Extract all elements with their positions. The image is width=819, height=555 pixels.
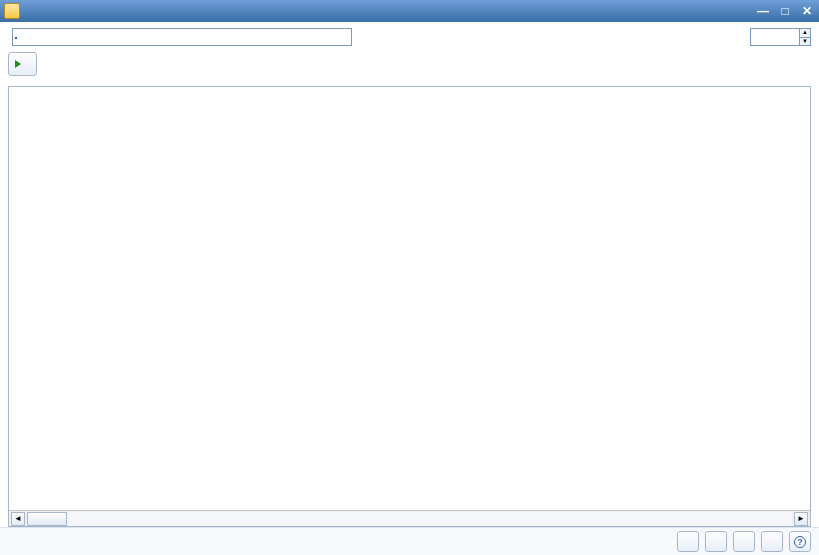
close-button[interactable] [761,531,783,552]
close-window-button[interactable]: ✕ [799,4,815,18]
schedule-grid-container: ◄ ► [8,86,811,527]
footer: ? [0,527,819,555]
year-spin-up[interactable]: ▲ [800,29,810,38]
arrow-right-icon [15,60,21,68]
schedule-grid-scroll[interactable] [9,87,810,510]
question-icon: ? [794,536,806,548]
scroll-track[interactable] [27,512,792,526]
form-row-name: ▲ ▼ [0,22,819,48]
maximize-button[interactable]: □ [777,4,793,18]
app-icon [4,3,20,19]
scroll-thumb[interactable] [27,512,67,526]
print-button[interactable] [677,531,699,552]
form-row-actions [0,48,819,86]
name-input[interactable] [12,28,352,46]
scroll-left-button[interactable]: ◄ [11,512,25,526]
name-input-value [15,37,17,39]
year-spinner: ▲ ▼ [800,28,811,46]
horizontal-scrollbar: ◄ ► [9,510,810,526]
scroll-right-button[interactable]: ► [794,512,808,526]
year-input[interactable] [750,28,800,46]
year-spin-down[interactable]: ▼ [800,38,810,46]
help-button[interactable]: ? [789,531,811,552]
ok-button[interactable] [705,531,727,552]
save-button[interactable] [733,531,755,552]
minimize-button[interactable]: — [755,4,771,18]
titlebar: — □ ✕ [0,0,819,22]
fill-schedule-button[interactable] [8,52,37,76]
